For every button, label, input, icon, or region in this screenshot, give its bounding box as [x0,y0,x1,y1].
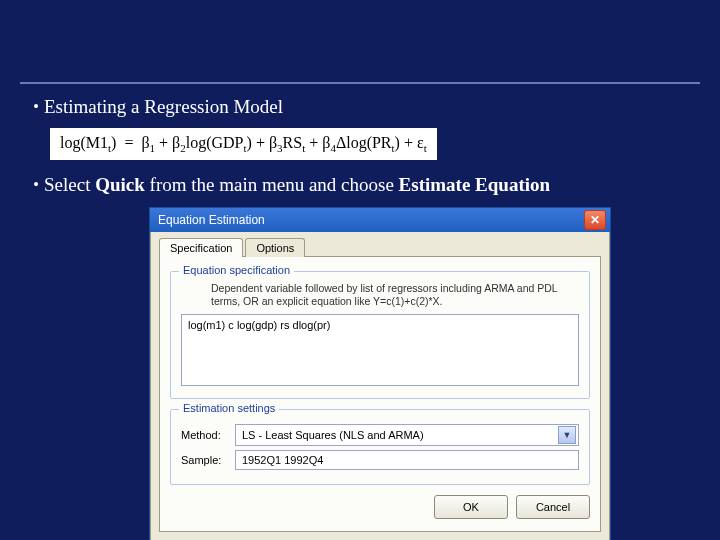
equation-estimation-dialog: Equation Estimation ✕ Specification Opti… [150,208,610,540]
method-select[interactable]: LS - Least Squares (NLS and ARMA) ▼ [235,424,579,446]
method-value: LS - Least Squares (NLS and ARMA) [242,429,558,441]
chevron-down-icon[interactable]: ▼ [558,426,576,444]
cancel-button[interactable]: Cancel [516,495,590,519]
sample-input[interactable] [235,450,579,470]
group-legend: Estimation settings [179,402,279,414]
bullet-text: Estimating a Regression Model [44,96,283,118]
group-legend: Equation specification [179,264,294,276]
bullet-item: • Estimating a Regression Model [0,90,720,124]
sample-label: Sample: [181,454,229,466]
bullet-dot-icon: • [28,96,44,118]
group-equation-specification: Equation specification Dependent variabl… [170,271,590,399]
window-title: Equation Estimation [158,213,584,227]
bullet-text: Select Quick from the main menu and choo… [44,174,550,196]
method-label: Method: [181,429,229,441]
ok-button[interactable]: OK [434,495,508,519]
header-divider [20,82,700,84]
equation-spec-input[interactable] [181,314,579,386]
tab-specification[interactable]: Specification [159,238,243,257]
bullet-item: • Select Quick from the main menu and ch… [0,168,720,202]
titlebar[interactable]: Equation Estimation ✕ [150,208,610,232]
spec-help-text: Dependent variable followed by list of r… [181,282,579,308]
close-icon[interactable]: ✕ [584,210,606,230]
bullet-dot-icon: • [28,174,44,196]
equation-image: log(M1t) = β1 + β2log(GDPt) + β3RSt + β4… [50,128,437,160]
tab-options[interactable]: Options [245,238,305,257]
group-estimation-settings: Estimation settings Method: LS - Least S… [170,409,590,485]
